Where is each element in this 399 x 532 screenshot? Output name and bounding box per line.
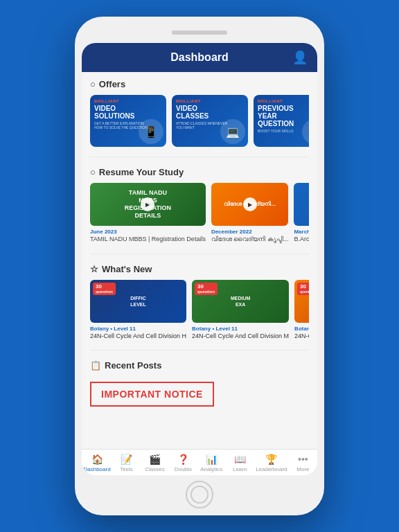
study-card-meta-2: December 2022 വിദേശ വൈദ്യനി കൃപ്ടി... <box>211 229 289 244</box>
study-thumb-1: TAMIL NADUMBBSREGISTRATIONDETAILS ▶ <box>90 183 206 226</box>
new-card-2[interactable]: 30question MEDIUMEXA Botany • Level 11 2… <box>192 280 289 341</box>
home-button-inner <box>190 486 209 504</box>
study-card-desc-3: B.Arch & B.Planning 2023 Toppers Session… <box>294 236 309 244</box>
new-card-title-2: 24N-Cell Cycle And Cell Division M <box>192 332 289 341</box>
offer-icon-1: 📱 <box>139 119 163 144</box>
nav-tests-label: Tests <box>120 466 133 472</box>
study-card-desc-1: TAMIL NADU MBBS | Registration Details <box>90 236 206 244</box>
app-header: Dashboard 👤 <box>82 43 317 72</box>
offer-title-2: VIDEOCLASSES <box>176 105 244 120</box>
main-scroll[interactable]: ○ Offers Brilliant VIDEOSOLUTIONS GET A … <box>82 72 317 449</box>
bottom-nav: 🏠 Dashboard 📝 Tests 🎬 Classes ❓ Doubts 📊… <box>82 449 317 475</box>
nav-classes-icon: 🎬 <box>149 454 161 465</box>
divider-2 <box>90 254 309 254</box>
new-card-meta-2: Botany • Level 11 24N-Cell Cycle And Cel… <box>192 326 289 341</box>
study-card-1[interactable]: TAMIL NADUMBBSREGISTRATIONDETAILS ▶ June… <box>90 183 206 244</box>
resume-scroll[interactable]: TAMIL NADUMBBSREGISTRATIONDETAILS ▶ June… <box>90 183 309 247</box>
offer-icon-2: 💻 <box>220 119 245 144</box>
nav-classes-label: Classes <box>145 466 164 472</box>
study-thumb-2: വിദേശ വൈദ്യനി... ▶ <box>211 183 289 226</box>
study-card-date-1: June 2023 <box>90 229 206 235</box>
nav-dashboard-icon: 🏠 <box>91 454 103 465</box>
nav-analytics-icon: 📊 <box>206 454 218 465</box>
new-thumb-3: 30question EASY LEXA <box>294 280 309 323</box>
new-thumb-2: 30question MEDIUMEXA <box>192 280 289 323</box>
nav-leaderboard-label: Leaderboard <box>256 466 287 472</box>
recent-posts-section: 📋 Recent Posts IMPORTANT NOTICE <box>82 353 317 416</box>
nav-learn-label: Learn <box>233 466 247 472</box>
badge-2: 30question <box>195 283 218 295</box>
offers-section: ○ Offers Brilliant VIDEOSOLUTIONS GET A … <box>82 72 317 154</box>
nav-more-label: More <box>296 466 309 472</box>
badge-3: 30question <box>297 283 309 295</box>
divider-3 <box>90 350 309 351</box>
difficulty-2: MEDIUMEXA <box>228 295 253 308</box>
nav-doubts-icon: ❓ <box>177 454 189 465</box>
whats-new-icon: ☆ <box>90 264 98 274</box>
new-card-1[interactable]: 30question DIFFICLEVEL Botany • Level 11… <box>90 280 186 341</box>
resume-title: ○ Resume Your Study <box>90 167 309 177</box>
offer-card-2[interactable]: Brilliant VIDEOCLASSES ATTEND CLASSES WH… <box>172 95 248 147</box>
difficulty-1: DIFFICLEVEL <box>127 295 149 308</box>
resume-section: ○ Resume Your Study TAMIL NADUMBBSREGIST… <box>82 160 317 251</box>
offer-title-1: VIDEOSOLUTIONS <box>94 105 162 120</box>
nav-learn-icon: 📖 <box>234 454 246 465</box>
new-card-subject-2: Botany • Level 11 <box>192 326 289 332</box>
offers-title: ○ Offers <box>90 79 309 89</box>
study-card-desc-2: വിദേശ വൈദ്യനി കൃപ്ടി... <box>211 236 289 244</box>
important-notice[interactable]: IMPORTANT NOTICE <box>90 376 309 412</box>
new-card-subject-1: Botany • Level 11 <box>90 326 186 332</box>
nav-learn[interactable]: 📖 Learn <box>227 454 252 472</box>
offers-icon: ○ <box>90 79 96 89</box>
home-button[interactable] <box>186 481 213 508</box>
resume-icon: ○ <box>90 167 96 177</box>
badge-1: 30question <box>93 283 116 295</box>
new-card-3[interactable]: 30question EASY LEXA Botany • Level 11 2… <box>294 280 309 341</box>
new-card-title-3: 24N-Cell Cycle And Cell Division E <box>294 332 309 341</box>
divider-1 <box>90 157 309 157</box>
offer-brand-1: Brilliant <box>94 99 162 103</box>
nav-classes[interactable]: 🎬 Classes <box>142 454 167 472</box>
whats-new-title: ☆ What's New <box>90 264 309 274</box>
nav-analytics[interactable]: 📊 Analytics <box>199 454 224 472</box>
play-btn-2[interactable]: ▶ <box>243 197 257 211</box>
nav-more-icon: ••• <box>298 454 308 465</box>
study-card-3[interactable]: B.Arch &B.Planning2023 TOPPERS ▶ March 2… <box>294 183 309 244</box>
nav-more[interactable]: ••• More <box>290 454 315 472</box>
nav-dashboard[interactable]: 🏠 Dashboard <box>83 454 110 472</box>
user-icon[interactable]: 👤 <box>292 50 308 65</box>
offers-scroll[interactable]: Brilliant VIDEOSOLUTIONS GET A BETTER EX… <box>90 95 309 150</box>
whats-new-scroll[interactable]: 30question DIFFICLEVEL Botany • Level 11… <box>90 280 309 344</box>
new-card-title-1: 24N-Cell Cycle And Cell Division H <box>90 332 186 341</box>
new-card-subject-3: Botany • Level 11 <box>294 326 309 332</box>
study-card-meta-3: March 2023 B.Arch & B.Planning 2023 Topp… <box>294 229 309 244</box>
study-card-meta-1: June 2023 TAMIL NADU MBBS | Registration… <box>90 229 206 244</box>
study-card-2[interactable]: വിദേശ വൈദ്യനി... ▶ December 2022 വിദേശ വ… <box>211 183 289 244</box>
new-thumb-1: 30question DIFFICLEVEL <box>90 280 186 323</box>
study-thumb-3: B.Arch &B.Planning2023 TOPPERS ▶ <box>294 183 309 226</box>
recent-posts-title: 📋 Recent Posts <box>90 360 309 371</box>
offer-brand-3: Brilliant <box>258 99 309 103</box>
header-title: Dashboard <box>170 51 229 64</box>
nav-tests-icon: 📝 <box>121 454 132 465</box>
nav-leaderboard[interactable]: 🏆 Leaderboard <box>256 454 287 472</box>
nav-doubts-label: Doubts <box>175 466 192 472</box>
offer-subtitle-3: BOOST YOUR SKILLS <box>258 129 309 133</box>
study-card-date-3: March 2023 <box>294 229 309 235</box>
whats-new-section: ☆ What's New 30question DIFFICLEVEL B <box>82 257 317 348</box>
offer-brand-2: Brilliant <box>176 99 244 103</box>
nav-tests[interactable]: 📝 Tests <box>114 454 139 472</box>
offer-card-1[interactable]: Brilliant VIDEOSOLUTIONS GET A BETTER EX… <box>90 95 166 147</box>
nav-analytics-label: Analytics <box>200 466 222 472</box>
nav-doubts[interactable]: ❓ Doubts <box>170 454 195 472</box>
screen: Dashboard 👤 ○ Offers Brilliant VIDEOSOLU… <box>82 43 317 475</box>
nav-dashboard-label: Dashboard <box>83 466 110 472</box>
device-frame: Dashboard 👤 ○ Offers Brilliant VIDEOSOLU… <box>75 17 324 515</box>
device-notch <box>172 30 227 35</box>
offer-title-3: PREVIOUSYEARQUESTION <box>258 105 309 127</box>
new-card-meta-3: Botany • Level 11 24N-Cell Cycle And Cel… <box>294 326 309 341</box>
nav-leaderboard-icon: 🏆 <box>265 454 277 465</box>
new-card-meta-1: Botany • Level 11 24N-Cell Cycle And Cel… <box>90 326 186 341</box>
study-card-date-2: December 2022 <box>211 229 289 235</box>
offer-card-3[interactable]: Brilliant PREVIOUSYEARQUESTION BOOST YOU… <box>254 95 309 147</box>
